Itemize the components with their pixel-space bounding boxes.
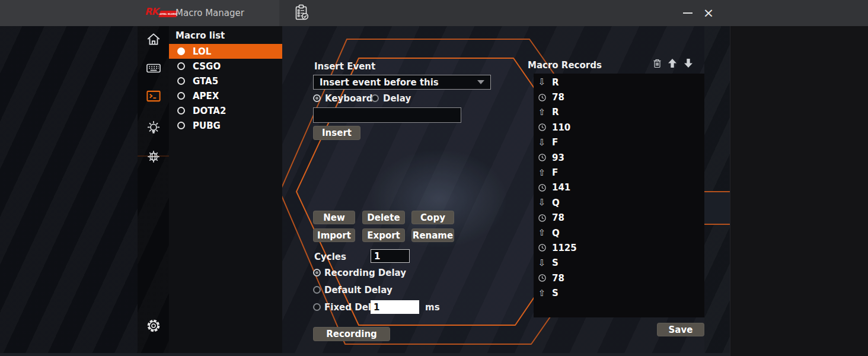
new-button[interactable]: New bbox=[313, 211, 355, 224]
delay-clock-icon bbox=[537, 214, 547, 222]
import-button[interactable]: Import bbox=[313, 228, 355, 242]
record-value: 78 bbox=[552, 92, 564, 103]
record-row[interactable]: ⇩ F bbox=[534, 135, 704, 150]
radio-icon bbox=[177, 62, 185, 70]
insert-event-dropdown[interactable]: Insert event before this bbox=[313, 75, 491, 90]
key-down-arrow-icon: ⇩ bbox=[537, 78, 547, 87]
record-row[interactable]: 78 bbox=[534, 271, 704, 285]
record-row[interactable]: 110 bbox=[534, 120, 704, 135]
dropdown-selected-value: Insert event before this bbox=[314, 77, 477, 88]
minimize-button[interactable] bbox=[682, 7, 694, 19]
record-row[interactable]: 141 bbox=[534, 180, 704, 195]
radio-icon bbox=[177, 107, 185, 115]
right-black-region bbox=[730, 26, 868, 356]
keyboard-icon[interactable] bbox=[146, 61, 161, 76]
cycles-input[interactable] bbox=[371, 249, 410, 263]
move-up-icon[interactable] bbox=[668, 59, 678, 69]
key-input[interactable] bbox=[313, 107, 461, 123]
macro-list-item[interactable]: CSGO bbox=[169, 59, 282, 74]
macro-list-item[interactable]: GTA5 bbox=[169, 74, 282, 88]
record-value: Q bbox=[552, 228, 560, 239]
lightbulb-icon[interactable] bbox=[146, 120, 161, 135]
delete-button[interactable]: Delete bbox=[362, 211, 405, 224]
keyboard-radio[interactable] bbox=[313, 94, 321, 102]
record-value: 141 bbox=[552, 182, 570, 193]
key-up-arrow-icon: ⇧ bbox=[537, 289, 547, 298]
export-button[interactable]: Export bbox=[362, 228, 405, 242]
macro-list-item-label: PUBG bbox=[193, 120, 221, 131]
macro-list-item[interactable]: LOL bbox=[169, 44, 282, 59]
right-decorative-strip bbox=[704, 26, 730, 356]
macro-list: LOL CSGO GTA5 APEX DOTA2 bbox=[169, 44, 282, 133]
insert-event-label: Insert Event bbox=[314, 61, 375, 72]
record-value: 110 bbox=[552, 122, 570, 133]
record-row[interactable]: ⇩ S bbox=[534, 256, 704, 271]
window-title: Macro Manager bbox=[175, 0, 244, 26]
radio-icon bbox=[177, 77, 185, 85]
trash-icon[interactable] bbox=[653, 59, 662, 69]
record-row[interactable]: 1125 bbox=[534, 240, 704, 255]
bottom-edge-decoration bbox=[0, 353, 730, 356]
copy-button[interactable]: Copy bbox=[411, 211, 454, 224]
record-row[interactable]: 93 bbox=[534, 150, 704, 165]
record-row[interactable]: 78 bbox=[534, 211, 704, 225]
delay-radio[interactable] bbox=[371, 94, 379, 102]
titlebar: RK ROYAL KLUDGE Macro Manager × bbox=[0, 0, 868, 26]
macro-list-item-label: DOTA2 bbox=[193, 106, 226, 116]
radio-icon bbox=[177, 122, 185, 129]
record-value: F bbox=[552, 167, 558, 178]
macro-list-item-label: GTA5 bbox=[193, 76, 218, 87]
rename-button[interactable]: Rename bbox=[411, 228, 454, 242]
macro-records-title: Macro Records bbox=[528, 60, 602, 71]
record-value: S bbox=[552, 258, 559, 268]
record-row[interactable]: 78 bbox=[534, 90, 704, 104]
macro-list-item-label: CSGO bbox=[193, 61, 221, 72]
save-button[interactable]: Save bbox=[657, 323, 704, 336]
radio-icon bbox=[177, 47, 185, 55]
default-delay-radio[interactable] bbox=[313, 286, 321, 294]
cycles-label: Cycles bbox=[314, 252, 346, 262]
record-value: R bbox=[552, 107, 559, 117]
key-down-arrow-icon: ⇩ bbox=[537, 138, 547, 147]
record-row[interactable]: ⇧ Q bbox=[534, 225, 704, 240]
record-row[interactable]: ⇩ R bbox=[534, 75, 704, 90]
minimize-icon bbox=[683, 12, 693, 14]
record-value: 78 bbox=[552, 212, 564, 223]
macro-records-list: ⇩ R 78 ⇧ R bbox=[534, 74, 704, 317]
macro-list-title: Macro list bbox=[175, 30, 225, 41]
macro-list-item[interactable]: PUBG bbox=[169, 118, 282, 133]
record-row[interactable]: ⇧ F bbox=[534, 165, 704, 180]
clipboard-check-icon bbox=[293, 4, 311, 22]
terminal-icon[interactable] bbox=[146, 88, 161, 104]
macro-list-item[interactable]: APEX bbox=[169, 88, 282, 103]
record-value: S bbox=[552, 288, 559, 298]
fixed-delay-radio[interactable] bbox=[313, 303, 321, 311]
strip-accent-line-bottom bbox=[704, 224, 730, 225]
insert-button[interactable]: Insert bbox=[313, 126, 360, 140]
brand-logo-text: RK bbox=[145, 7, 158, 17]
recording-button[interactable]: Recording bbox=[313, 327, 390, 341]
key-up-arrow-icon: ⇧ bbox=[537, 108, 547, 117]
record-value: 1125 bbox=[552, 243, 577, 253]
spike-ball-icon[interactable] bbox=[146, 149, 161, 164]
home-icon[interactable] bbox=[146, 31, 161, 47]
gear-icon[interactable] bbox=[146, 318, 161, 333]
fixed-delay-input[interactable] bbox=[371, 300, 419, 314]
record-value: R bbox=[552, 77, 559, 88]
keyboard-radio-label: Keyboard bbox=[325, 93, 373, 104]
record-row[interactable]: ⇩ Q bbox=[534, 195, 704, 210]
record-row[interactable]: ⇧ S bbox=[534, 285, 704, 300]
record-row[interactable]: ⇧ R bbox=[534, 105, 704, 120]
brand-logo: RK ROYAL KLUDGE bbox=[145, 7, 177, 21]
move-down-icon[interactable] bbox=[684, 59, 694, 69]
chevron-down-icon bbox=[477, 80, 484, 84]
delay-clock-icon bbox=[537, 244, 547, 252]
recording-delay-label: Recording Delay bbox=[324, 268, 406, 278]
close-button[interactable]: × bbox=[701, 4, 716, 22]
strip-accent-line-top bbox=[704, 191, 730, 192]
delay-clock-icon bbox=[537, 184, 547, 192]
delay-clock-icon bbox=[537, 154, 547, 161]
record-value: Q bbox=[552, 198, 560, 208]
recording-delay-radio[interactable] bbox=[313, 269, 321, 276]
macro-list-item[interactable]: DOTA2 bbox=[169, 103, 282, 118]
